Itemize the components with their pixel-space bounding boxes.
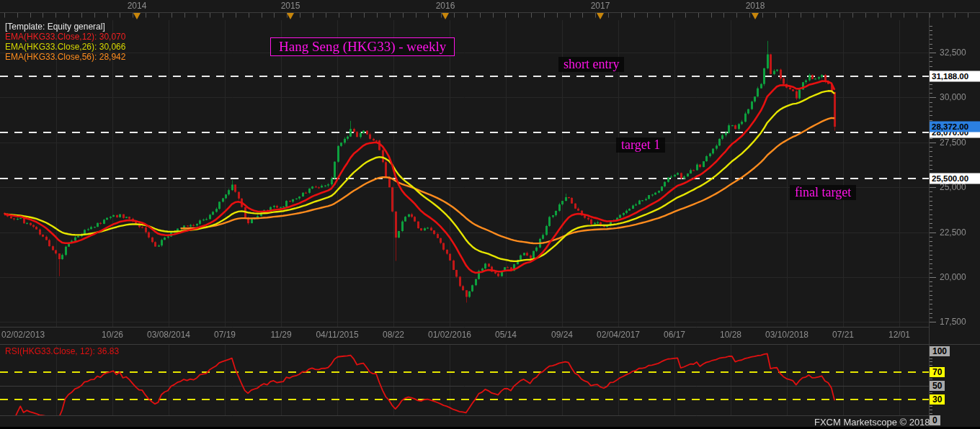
price-axis-tick-label: 30,000 <box>940 92 966 102</box>
rsi-axis-label: 50 <box>930 381 945 391</box>
price-axis-tick-label: 20,000 <box>940 272 966 282</box>
x-axis-date-label: 10/28 <box>720 330 741 340</box>
rsi-axis-label: 0 <box>930 415 940 425</box>
price-level-label: 31,188.00 <box>930 71 980 81</box>
indicator-legend: [Template: Equity general] EMA(HKG33.Clo… <box>5 22 125 62</box>
timeline-year-label: 2015 <box>281 1 300 11</box>
rsi-axis-label: 70 <box>930 367 945 377</box>
current-price-label: 28,372.00 <box>930 122 980 132</box>
year-marker-icon <box>442 13 449 19</box>
price-axis-tick-label: 17,500 <box>940 317 966 327</box>
ema26-legend-label: EMA(HKG33.Close,26): 30,066 <box>5 42 125 52</box>
annotation-target-1[interactable]: target 1 <box>616 137 665 153</box>
timeline-year-label: 2014 <box>128 1 147 11</box>
annotation-short-entry[interactable]: short entry <box>558 57 624 72</box>
price-axis-tick-label: 25,000 <box>940 182 966 192</box>
x-axis-date-label: 05/14 <box>495 330 517 340</box>
price-axis-tick-label: 27,500 <box>940 137 966 148</box>
x-axis-date-label: 10/26 <box>102 330 123 340</box>
x-axis-date-label: 01/02/2016 <box>428 330 471 340</box>
x-axis-date-label: 02/04/2017 <box>597 330 640 340</box>
rsi-legend-label: RSI(HKG33.Close, 12): 36.83 <box>5 346 119 356</box>
template-label: [Template: Equity general] <box>5 22 125 32</box>
price-axis-tick-label: 32,500 <box>940 48 966 58</box>
year-marker-icon <box>133 13 141 19</box>
x-axis-date-label: 08/22 <box>383 330 404 340</box>
x-axis-date-label: 07/19 <box>214 330 236 340</box>
year-marker-icon <box>752 13 759 19</box>
ema56-legend-label: EMA(HKG33.Close,56): 28,942 <box>5 52 125 62</box>
x-axis-date-label: 07/21 <box>832 330 854 340</box>
x-axis-date-label: 04/11/2015 <box>316 330 358 340</box>
price-axis-tick-label: 22,500 <box>940 227 966 238</box>
x-axis-date-label: 03/10/2018 <box>765 330 808 340</box>
year-marker-icon <box>597 13 604 19</box>
timeline-year-label: 2016 <box>436 1 455 11</box>
x-axis-date-label: 12/01 <box>888 330 910 340</box>
annotation-final-target[interactable]: final target <box>790 185 856 200</box>
x-axis-date-label: 02/02/2013 <box>1 330 45 340</box>
ema12-legend-label: EMA(HKG33.Close,12): 30,070 <box>5 32 125 42</box>
rsi-axis-label: 30 <box>930 394 945 405</box>
rsi-axis-label: 100 <box>930 346 950 356</box>
timeline-year-label: 2018 <box>746 1 765 11</box>
branding-text: FXCM Marketscope © 2018 <box>814 417 926 428</box>
x-axis-date-label: 09/24 <box>551 330 573 340</box>
price-level-label: 25,500.00 <box>930 173 980 184</box>
timeline-year-label: 2017 <box>591 1 610 11</box>
fxcm-marketscope-window: { "title": { "text": "Hang Seng (HKG33) … <box>0 0 980 429</box>
x-axis-date-label: 06/17 <box>664 330 685 340</box>
x-axis-date-label: 11/29 <box>270 330 291 340</box>
chart-title[interactable]: Hang Seng (HKG33) - weekly <box>270 37 455 56</box>
x-axis-date-label: 03/08/2014 <box>147 330 190 340</box>
price-chart-canvas[interactable] <box>0 0 980 429</box>
year-marker-icon <box>287 13 294 19</box>
